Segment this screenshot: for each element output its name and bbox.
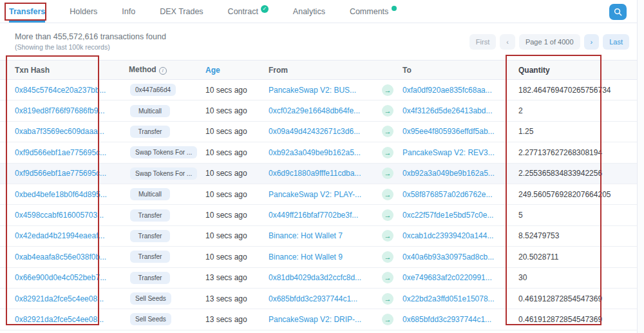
info-icon[interactable]: i	[159, 67, 167, 75]
table-row: 0xf9d566ebf1ae775695c... Swap Tokens For…	[0, 164, 637, 184]
to-address-link[interactable]: 0x4f3126d5de26413abd...	[402, 106, 512, 115]
txn-hash-link[interactable]: 0xbed4befe18b0f64d895...	[15, 190, 129, 199]
table-header-row: Txn Hash Methodi Age From To Quantity	[0, 60, 637, 80]
txn-hash-cell: 0x66e900d0e4c052beb7...	[15, 273, 129, 282]
header-quantity: Quantity	[512, 66, 637, 75]
from-cell: 0x685bfdd3c2937744c1...	[269, 294, 382, 303]
method-badge: Swap Tokens For ...	[130, 146, 197, 158]
age-value: 13 secs ago	[205, 294, 269, 303]
arrow-cell: →	[382, 105, 402, 117]
txn-hash-cell: 0xf9d566ebf1ae775695c...	[15, 169, 129, 178]
to-address-link[interactable]: PancakeSwap V2: REV3...	[402, 148, 512, 157]
from-address-link[interactable]: 0x685bfdd3c2937744c1...	[269, 294, 382, 303]
txn-hash-link[interactable]: 0x4598ccabf616005703...	[15, 211, 129, 220]
prev-page-button[interactable]: ‹	[500, 34, 515, 50]
arrow-cell: →	[382, 230, 402, 242]
from-address-link[interactable]: Binance: Hot Wallet 7	[269, 231, 382, 240]
last-page-button[interactable]: Last	[603, 34, 629, 50]
txn-hash-link[interactable]: 0x66e900d0e4c052beb7...	[15, 273, 129, 282]
arrow-right-icon: →	[382, 167, 393, 179]
to-address-link[interactable]: 0x40a6b93a30975ad8cb...	[402, 252, 512, 262]
txn-hash-link[interactable]: 0x845c5764ce20a237bb...	[15, 86, 129, 95]
txn-hash-link[interactable]: 0x819ed8f766f97686fb9...	[15, 106, 129, 115]
to-cell: 0xfa0df920ae835fc68aa...	[402, 86, 512, 95]
arrow-right-icon: →	[382, 126, 393, 137]
to-address-link[interactable]: 0x685bfdd3c2937744c1...	[402, 315, 512, 324]
tab-info-label: Info	[122, 7, 135, 16]
quantity-value: 2.277137627268308194	[512, 148, 637, 157]
from-address-link[interactable]: 0x81db4029da3d2ccfc8d...	[269, 273, 382, 282]
from-address-link[interactable]: PancakeSwap V2: BUS...	[269, 86, 382, 95]
to-cell: 0x40a6b93a30975ad8cb...	[402, 252, 512, 262]
table-row: 0xf9d566ebf1ae775695c... Swap Tokens For…	[0, 142, 637, 163]
header-age-sort-link[interactable]: Age	[205, 66, 269, 75]
method-badge: Transfer	[130, 272, 170, 284]
to-address-link[interactable]: 0xcab1dc23939420a144...	[402, 231, 512, 240]
search-button[interactable]	[609, 4, 627, 20]
tab-transfers-label: Transfers	[9, 7, 45, 16]
method-cell: 0x447a66d4	[129, 84, 205, 96]
to-address-link[interactable]: 0xe749683af2c0220991...	[402, 273, 512, 282]
quantity-value: 182.464769470265756734	[512, 86, 637, 95]
txn-hash-link[interactable]: 0x82921da2fce5c4ee08...	[15, 315, 129, 324]
header-from: From	[269, 66, 382, 75]
txn-hash-link[interactable]: 0xaba7f3569ec609daaa...	[15, 127, 129, 136]
to-address-link[interactable]: 0x58f876857a02d6762e...	[402, 190, 512, 199]
from-address-link[interactable]: 0x449ff216bfaf7702be3f...	[269, 211, 382, 220]
arrow-cell: →	[382, 147, 402, 158]
quantity-value: 249.560576928207664205	[512, 190, 637, 199]
tab-dex-trades[interactable]: DEX Trades	[160, 0, 203, 23]
method-cell: Sell Seeds	[129, 292, 205, 305]
method-cell: Transfer	[129, 230, 205, 242]
txn-hash-link[interactable]: 0xf9d566ebf1ae775695c...	[15, 148, 129, 157]
table-row: 0x42edad4b21994eaeaf... Transfer 10 secs…	[0, 226, 637, 247]
next-page-button[interactable]: ›	[584, 34, 600, 50]
method-cell: Multicall	[129, 188, 205, 200]
tab-info[interactable]: Info	[122, 0, 135, 23]
to-address-link[interactable]: 0xc22f57fde1e5bd57c0e...	[402, 211, 512, 220]
method-cell: Sell Seeds	[129, 313, 205, 325]
to-cell: 0xc22f57fde1e5bd57c0e...	[402, 211, 512, 220]
to-address-link[interactable]: 0x95ee4f805936effdf5ab...	[402, 127, 512, 136]
from-address-link[interactable]: 0x09a49d42432671c3d6...	[269, 127, 382, 136]
txn-hash-link[interactable]: 0xab4eaafa8c56e038f0b...	[15, 252, 129, 262]
txn-hash-cell: 0xbed4befe18b0f64d895...	[15, 190, 129, 199]
txn-hash-link[interactable]: 0xf9d566ebf1ae775695c...	[15, 169, 129, 178]
arrow-right-icon: →	[382, 209, 393, 221]
from-address-link[interactable]: Binance: Hot Wallet 9	[269, 252, 382, 262]
to-address-link[interactable]: 0xfa0df920ae835fc68aa...	[402, 86, 512, 95]
table-row: 0x66e900d0e4c052beb7... Transfer 13 secs…	[0, 268, 637, 289]
table-row: 0x819ed8f766f97686fb9... Multicall 10 se…	[0, 100, 637, 121]
arrow-cell: →	[382, 272, 402, 283]
method-cell: Multicall	[129, 105, 205, 117]
tab-analytics[interactable]: Analytics	[293, 0, 325, 23]
tab-comments[interactable]: Comments	[350, 0, 397, 23]
from-address-link[interactable]: 0x6d9c1880a9fffe11cdba...	[269, 169, 382, 178]
txn-hash-cell: 0xaba7f3569ec609daaa...	[15, 127, 129, 136]
from-address-link[interactable]: PancakeSwap V2: PLAY-...	[269, 190, 382, 199]
from-address-link[interactable]: PancakeSwap V2: DRIP-...	[269, 315, 382, 324]
from-cell: Binance: Hot Wallet 9	[269, 252, 382, 262]
txn-hash-link[interactable]: 0x82921da2fce5c4ee08...	[15, 294, 129, 303]
first-page-button[interactable]: First	[469, 34, 496, 50]
tab-holders[interactable]: Holders	[70, 0, 97, 23]
pagination: First ‹ Page 1 of 4000 › Last	[469, 34, 629, 50]
comments-dot-badge	[392, 6, 397, 11]
age-value: 13 secs ago	[205, 315, 269, 324]
method-badge: Transfer	[130, 126, 170, 138]
method-badge: Transfer	[130, 251, 170, 263]
to-cell: 0x4f3126d5de26413abd...	[402, 106, 512, 115]
to-address-link[interactable]: 0xb92a3a049be9b162a5...	[402, 169, 512, 178]
tab-transfers[interactable]: Transfers	[9, 0, 45, 23]
age-value: 10 secs ago	[205, 127, 269, 136]
txn-hash-link[interactable]: 0x42edad4b21994eaeaf...	[15, 231, 129, 240]
tab-contract[interactable]: Contract✓	[228, 0, 269, 23]
transactions-found-text: More than 455,572,616 transactions found	[15, 32, 166, 41]
from-address-link[interactable]: 0xb92a3a049be9b162a5...	[269, 148, 382, 157]
method-cell: Transfer	[129, 126, 205, 138]
from-address-link[interactable]: 0xcf02a29e16648db64fe...	[269, 106, 382, 115]
table-row: 0x4598ccabf616005703... Transfer 10 secs…	[0, 205, 637, 225]
age-value: 10 secs ago	[205, 148, 269, 157]
to-cell: PancakeSwap V2: REV3...	[402, 148, 512, 157]
to-address-link[interactable]: 0x22bd2a3ffd051e15078...	[402, 294, 512, 303]
